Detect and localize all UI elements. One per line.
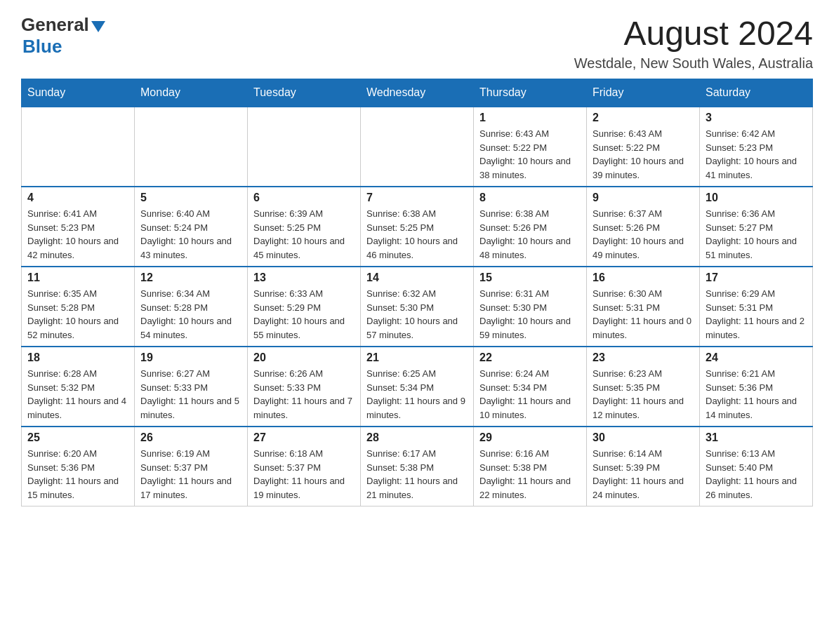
calendar-cell: 18Sunrise: 6:28 AM Sunset: 5:32 PM Dayli… — [22, 347, 135, 427]
day-info: Sunrise: 6:14 AM Sunset: 5:39 PM Dayligh… — [593, 447, 694, 502]
day-info: Sunrise: 6:37 AM Sunset: 5:26 PM Dayligh… — [593, 207, 694, 262]
calendar-cell: 22Sunrise: 6:24 AM Sunset: 5:34 PM Dayli… — [474, 347, 587, 427]
day-number: 21 — [366, 351, 468, 364]
logo-triangle-icon — [91, 21, 105, 32]
day-number: 15 — [479, 271, 581, 284]
day-number: 25 — [27, 431, 128, 444]
day-info: Sunrise: 6:28 AM Sunset: 5:32 PM Dayligh… — [27, 367, 128, 422]
day-number: 6 — [253, 192, 355, 204]
day-info: Sunrise: 6:24 AM Sunset: 5:34 PM Dayligh… — [479, 367, 581, 422]
day-number: 9 — [593, 192, 694, 204]
location-title: Westdale, New South Wales, Australia — [574, 55, 813, 72]
day-info: Sunrise: 6:13 AM Sunset: 5:40 PM Dayligh… — [706, 447, 807, 502]
day-number: 29 — [479, 431, 581, 444]
day-number: 11 — [27, 271, 128, 284]
day-number: 19 — [140, 351, 241, 364]
calendar-cell: 23Sunrise: 6:23 AM Sunset: 5:35 PM Dayli… — [587, 347, 700, 427]
day-info: Sunrise: 6:38 AM Sunset: 5:25 PM Dayligh… — [366, 207, 468, 262]
day-number: 23 — [593, 351, 694, 364]
day-number: 12 — [140, 271, 241, 284]
calendar-week-5: 25Sunrise: 6:20 AM Sunset: 5:36 PM Dayli… — [22, 427, 813, 507]
calendar-header-row: SundayMondayTuesdayWednesdayThursdayFrid… — [22, 79, 813, 107]
column-header-tuesday: Tuesday — [248, 79, 361, 107]
day-number: 2 — [593, 112, 694, 124]
calendar-cell: 14Sunrise: 6:32 AM Sunset: 5:30 PM Dayli… — [361, 267, 474, 347]
day-number: 16 — [593, 271, 694, 284]
calendar-cell: 28Sunrise: 6:17 AM Sunset: 5:38 PM Dayli… — [361, 427, 474, 507]
calendar-cell: 31Sunrise: 6:13 AM Sunset: 5:40 PM Dayli… — [700, 427, 813, 507]
day-number: 5 — [140, 192, 241, 204]
calendar-cell: 13Sunrise: 6:33 AM Sunset: 5:29 PM Dayli… — [248, 267, 361, 347]
calendar-week-3: 11Sunrise: 6:35 AM Sunset: 5:28 PM Dayli… — [22, 267, 813, 347]
day-number: 31 — [706, 431, 807, 444]
column-header-saturday: Saturday — [700, 79, 813, 107]
day-info: Sunrise: 6:42 AM Sunset: 5:23 PM Dayligh… — [706, 127, 807, 182]
day-info: Sunrise: 6:36 AM Sunset: 5:27 PM Dayligh… — [706, 207, 807, 262]
calendar-week-1: 1Sunrise: 6:43 AM Sunset: 5:22 PM Daylig… — [22, 107, 813, 187]
day-info: Sunrise: 6:38 AM Sunset: 5:26 PM Dayligh… — [479, 207, 581, 262]
calendar-cell: 20Sunrise: 6:26 AM Sunset: 5:33 PM Dayli… — [248, 347, 361, 427]
calendar-cell: 8Sunrise: 6:38 AM Sunset: 5:26 PM Daylig… — [474, 187, 587, 267]
day-info: Sunrise: 6:32 AM Sunset: 5:30 PM Dayligh… — [366, 287, 468, 342]
page-header: General Blue August 2024 Westdale, New S… — [21, 14, 813, 72]
day-info: Sunrise: 6:31 AM Sunset: 5:30 PM Dayligh… — [479, 287, 581, 342]
calendar-table: SundayMondayTuesdayWednesdayThursdayFrid… — [21, 79, 813, 507]
day-info: Sunrise: 6:33 AM Sunset: 5:29 PM Dayligh… — [253, 287, 355, 342]
day-info: Sunrise: 6:41 AM Sunset: 5:23 PM Dayligh… — [27, 207, 128, 262]
calendar-cell: 4Sunrise: 6:41 AM Sunset: 5:23 PM Daylig… — [22, 187, 135, 267]
day-info: Sunrise: 6:19 AM Sunset: 5:37 PM Dayligh… — [140, 447, 241, 502]
calendar-cell: 5Sunrise: 6:40 AM Sunset: 5:24 PM Daylig… — [135, 187, 248, 267]
calendar-cell: 1Sunrise: 6:43 AM Sunset: 5:22 PM Daylig… — [474, 107, 587, 187]
day-number: 13 — [253, 271, 355, 284]
column-header-thursday: Thursday — [474, 79, 587, 107]
day-info: Sunrise: 6:27 AM Sunset: 5:33 PM Dayligh… — [140, 367, 241, 422]
calendar-cell: 29Sunrise: 6:16 AM Sunset: 5:38 PM Dayli… — [474, 427, 587, 507]
day-number: 1 — [479, 112, 581, 124]
day-number: 27 — [253, 431, 355, 444]
day-number: 18 — [27, 351, 128, 364]
day-info: Sunrise: 6:29 AM Sunset: 5:31 PM Dayligh… — [706, 287, 807, 342]
day-info: Sunrise: 6:43 AM Sunset: 5:22 PM Dayligh… — [593, 127, 694, 182]
calendar-cell: 25Sunrise: 6:20 AM Sunset: 5:36 PM Dayli… — [22, 427, 135, 507]
logo-blue: Blue — [22, 36, 62, 58]
calendar-cell: 24Sunrise: 6:21 AM Sunset: 5:36 PM Dayli… — [700, 347, 813, 427]
logo-general: General — [21, 14, 89, 36]
calendar-cell — [248, 107, 361, 187]
day-number: 8 — [479, 192, 581, 204]
day-info: Sunrise: 6:40 AM Sunset: 5:24 PM Dayligh… — [140, 207, 241, 262]
calendar-week-2: 4Sunrise: 6:41 AM Sunset: 5:23 PM Daylig… — [22, 187, 813, 267]
calendar-cell — [135, 107, 248, 187]
calendar-week-4: 18Sunrise: 6:28 AM Sunset: 5:32 PM Dayli… — [22, 347, 813, 427]
calendar-cell: 2Sunrise: 6:43 AM Sunset: 5:22 PM Daylig… — [587, 107, 700, 187]
calendar-cell: 11Sunrise: 6:35 AM Sunset: 5:28 PM Dayli… — [22, 267, 135, 347]
calendar-cell: 3Sunrise: 6:42 AM Sunset: 5:23 PM Daylig… — [700, 107, 813, 187]
day-number: 24 — [706, 351, 807, 364]
calendar-cell: 16Sunrise: 6:30 AM Sunset: 5:31 PM Dayli… — [587, 267, 700, 347]
day-number: 7 — [366, 192, 468, 204]
calendar-cell: 9Sunrise: 6:37 AM Sunset: 5:26 PM Daylig… — [587, 187, 700, 267]
day-info: Sunrise: 6:25 AM Sunset: 5:34 PM Dayligh… — [366, 367, 468, 422]
calendar-cell: 10Sunrise: 6:36 AM Sunset: 5:27 PM Dayli… — [700, 187, 813, 267]
day-info: Sunrise: 6:18 AM Sunset: 5:37 PM Dayligh… — [253, 447, 355, 502]
day-number: 14 — [366, 271, 468, 284]
day-info: Sunrise: 6:20 AM Sunset: 5:36 PM Dayligh… — [27, 447, 128, 502]
day-info: Sunrise: 6:34 AM Sunset: 5:28 PM Dayligh… — [140, 287, 241, 342]
day-info: Sunrise: 6:21 AM Sunset: 5:36 PM Dayligh… — [706, 367, 807, 422]
calendar-cell: 30Sunrise: 6:14 AM Sunset: 5:39 PM Dayli… — [587, 427, 700, 507]
day-number: 28 — [366, 431, 468, 444]
day-info: Sunrise: 6:23 AM Sunset: 5:35 PM Dayligh… — [593, 367, 694, 422]
day-number: 10 — [706, 192, 807, 204]
day-info: Sunrise: 6:16 AM Sunset: 5:38 PM Dayligh… — [479, 447, 581, 502]
month-title: August 2024 — [574, 14, 813, 53]
column-header-sunday: Sunday — [22, 79, 135, 107]
day-info: Sunrise: 6:17 AM Sunset: 5:38 PM Dayligh… — [366, 447, 468, 502]
logo: General Blue — [21, 14, 105, 58]
day-number: 30 — [593, 431, 694, 444]
day-number: 20 — [253, 351, 355, 364]
calendar-cell: 12Sunrise: 6:34 AM Sunset: 5:28 PM Dayli… — [135, 267, 248, 347]
day-number: 4 — [27, 192, 128, 204]
column-header-wednesday: Wednesday — [361, 79, 474, 107]
day-number: 3 — [706, 112, 807, 124]
day-number: 22 — [479, 351, 581, 364]
column-header-friday: Friday — [587, 79, 700, 107]
